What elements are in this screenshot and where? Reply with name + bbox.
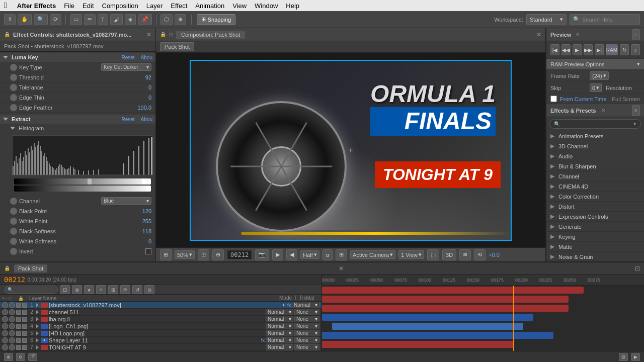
menu-help[interactable]: Help (286, 2, 299, 10)
layer-4-lock[interactable] (22, 324, 27, 329)
luma-key-about-btn[interactable]: Abou (141, 55, 152, 60)
tool-zoom[interactable]: 🔍 (34, 14, 48, 25)
camera-dropdown[interactable]: Active Camera ▾ (350, 250, 395, 259)
effects-search-input[interactable] (562, 121, 631, 127)
cat-noise-grain[interactable]: ▶ Noise & Grain (546, 252, 644, 261)
effects-search-dropdown[interactable]: ▾ (633, 121, 636, 127)
view-count-dropdown[interactable]: 1 View ▾ (398, 250, 424, 259)
comp-settings-btn[interactable]: ⊞ (160, 249, 172, 260)
threshold-value[interactable]: 92 (131, 74, 151, 80)
menu-window[interactable]: Window (255, 2, 278, 10)
layer-5-mode[interactable]: Normal▾ (266, 330, 293, 336)
tl-btn-7[interactable]: ↺ (132, 285, 142, 294)
layer-6-vis[interactable] (2, 337, 8, 343)
layer-6-trkmat[interactable]: None▾ (294, 337, 319, 343)
menu-effect[interactable]: Effect (171, 2, 187, 10)
layer-3-lock[interactable] (22, 317, 27, 322)
layer-6-mode[interactable]: Normal▾ (266, 337, 293, 343)
ram-preview-menu[interactable]: ▾ (637, 61, 640, 67)
layer-6-audio[interactable] (9, 337, 15, 343)
menu-edit[interactable]: Edit (83, 2, 94, 10)
cat-animation-presets[interactable]: ▶ Animation Presets (546, 131, 644, 141)
comp-render-btn[interactable]: ⬚ (427, 249, 439, 260)
ram-preview-btn[interactable]: RAM (606, 44, 618, 55)
layer-2-audio[interactable] (9, 309, 15, 315)
layer-1-solo[interactable] (16, 303, 21, 308)
preview-menu-btn[interactable]: ≡ (632, 29, 640, 40)
layer-2-mode[interactable]: Normal▾ (266, 309, 293, 315)
menu-after-effects[interactable]: After Effects (17, 2, 56, 10)
layer-1-lock[interactable] (22, 303, 27, 308)
channel-dropdown[interactable]: Blue ▾ (101, 197, 151, 205)
edge-thin-value[interactable]: 0 (131, 95, 151, 101)
layer-3-audio[interactable] (9, 316, 15, 322)
layer-5-vis[interactable] (2, 330, 8, 336)
black-softness-value[interactable]: 118 (131, 228, 151, 234)
workspace-select[interactable]: Standard ▾ (526, 14, 567, 25)
layer-5-solo[interactable] (16, 331, 21, 336)
layer-3-vis[interactable] (2, 316, 8, 322)
layer-row-4[interactable]: 4 [Logo_Ch1.png] Normal▾ None▾ (0, 323, 321, 330)
cat-generate[interactable]: ▶ Generate (546, 222, 644, 232)
layer-row-3[interactable]: 3 lba.org.ll Normal▾ None▾ (0, 316, 321, 323)
cat-blur-sharpen[interactable]: ▶ Blur & Sharpen (546, 161, 644, 171)
prev-frame-btn[interactable]: ◀◀ (561, 44, 571, 55)
tl-btn-6[interactable]: ⟳ (120, 285, 130, 294)
tl-btn-1[interactable]: ⊡ (60, 285, 70, 294)
layer-3-expand[interactable] (36, 317, 39, 321)
bb-btn-1[interactable]: ⊕ (4, 353, 13, 361)
layer-7-audio[interactable] (9, 344, 15, 350)
key-type-dropdown[interactable]: Key Out Darker ▾ (101, 63, 151, 71)
bb-btn-3[interactable]: 🎬 (28, 353, 37, 361)
layer-5-lock[interactable] (22, 331, 27, 336)
tool-hand[interactable]: ✋ (18, 14, 32, 25)
layer-7-mode[interactable]: Normal▾ (266, 344, 293, 350)
layer-5-trkmat[interactable]: None▾ (294, 330, 319, 336)
audio-btn[interactable]: ♪ (631, 44, 640, 55)
tool-brush[interactable]: 🖌 (110, 14, 123, 25)
tool-select[interactable]: ⇧ (4, 14, 16, 25)
layer-1-audio[interactable] (9, 302, 15, 308)
comp-timecode[interactable]: 00212 (227, 250, 252, 260)
comp-3d-btn[interactable]: 3D (442, 249, 456, 260)
layer-row-7[interactable]: 7 TONIGHT AT 9 Normal▾ None▾ (0, 344, 321, 351)
edge-feather-value[interactable]: 100.0 (131, 105, 151, 111)
layer-6-expand[interactable] (36, 338, 39, 342)
white-softness-value[interactable]: 0 (131, 238, 151, 244)
histogram-collapse-icon[interactable] (10, 127, 15, 130)
layer-3-mode[interactable]: Normal▾ (266, 316, 293, 322)
skip-dropdown[interactable]: 0 ▾ (590, 83, 602, 92)
luma-key-reset-btn[interactable]: Reset (122, 55, 135, 60)
tl-btn-5[interactable]: ⊞ (108, 285, 118, 294)
extract-reset-btn[interactable]: Reset (122, 117, 135, 122)
layer-2-trkmat[interactable]: None▾ (294, 309, 319, 315)
tool-text[interactable]: T (98, 14, 108, 25)
comp-snap-btn[interactable]: 📷 (255, 249, 269, 260)
comp-grid-btn[interactable]: ⊞ (336, 249, 347, 260)
extract-about-btn[interactable]: Abou (141, 117, 152, 122)
layer-2-lock[interactable] (22, 310, 27, 315)
layer-1-mode[interactable]: Normal▾ (292, 302, 319, 308)
comp-fit-btn[interactable]: ⊡ (198, 249, 209, 260)
layer-6-solo[interactable] (16, 338, 21, 343)
layer-7-vis[interactable] (2, 344, 8, 350)
loop-btn[interactable]: ↻ (620, 44, 629, 55)
tool-rotate[interactable]: ⟳ (50, 14, 61, 25)
black-point-value[interactable]: 120 (131, 208, 151, 214)
cat-keying[interactable]: ▶ Keying (546, 232, 644, 242)
comp-reset-btn[interactable]: ⟲ (474, 249, 486, 260)
tool-track[interactable]: ⊕ (175, 14, 186, 25)
comp-close-btn[interactable]: ✕ (536, 31, 541, 38)
from-current-checkbox[interactable] (550, 96, 557, 102)
layer-4-solo[interactable] (16, 324, 21, 329)
menu-animation[interactable]: Animation (195, 2, 224, 10)
comp-tab[interactable]: Composition: Pack Shot (176, 31, 245, 39)
invert-checkbox[interactable] (145, 248, 151, 254)
cat-channel[interactable]: ▶ Channel (546, 171, 644, 182)
bb-btn-4[interactable]: ⊞ (619, 353, 628, 361)
zoom-dropdown[interactable]: 50% ▾ (175, 250, 195, 259)
first-frame-btn[interactable]: |◀ (550, 44, 559, 55)
comp-pixel-btn[interactable]: ⊕ (212, 249, 224, 260)
preview-close-btn[interactable]: ✕ (576, 32, 580, 37)
effects-menu-btn[interactable]: ≡ (632, 105, 640, 116)
